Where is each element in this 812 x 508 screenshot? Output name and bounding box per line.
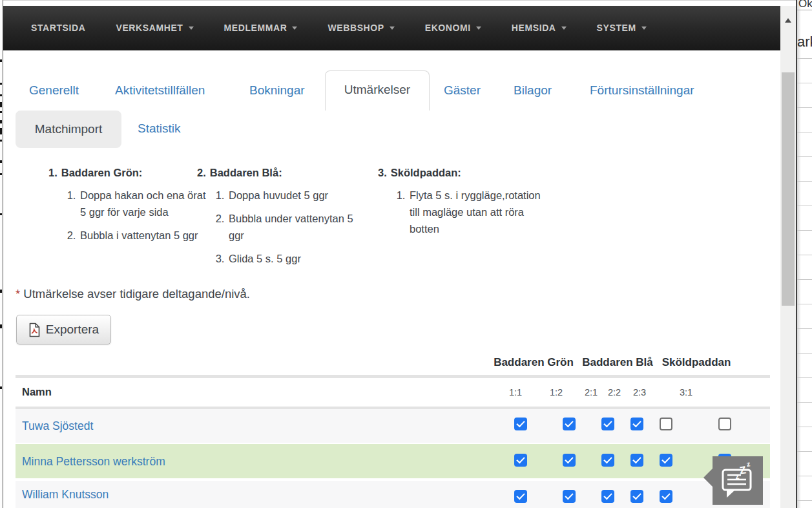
checkbox-tuwa-sjostedt-3-1[interactable] <box>718 418 731 430</box>
nav-item-label: HEMSIDA <box>512 23 556 33</box>
main-nav-list: STARTSIDAVERKSAMHETMEDLEMMARWEBBSHOPEKON… <box>3 6 780 50</box>
chevron-down-icon <box>641 26 647 32</box>
badge-group-number: 3. <box>378 167 387 178</box>
tab-fortursinstallningar[interactable]: Förtursinställningar <box>590 83 694 98</box>
sub-header-1-1: 1:1 <box>509 387 522 397</box>
sub-header-2-3: 2:3 <box>633 387 646 397</box>
badge-requirement: Doppa hakan och ena örat 5 ggr för varje… <box>79 187 208 220</box>
checkbox-tuwa-sjostedt-2-3[interactable] <box>660 418 672 430</box>
chevron-down-icon <box>561 26 567 32</box>
sub-header-3-1: 3:1 <box>680 387 692 397</box>
pdf-file-icon <box>28 323 41 337</box>
checkbox-william-knutsson-2-2[interactable] <box>630 490 643 503</box>
table-row-minna-pettersson-werkstrom: Minna Pettersson werkström <box>16 444 770 478</box>
tab-generellt[interactable]: Generellt <box>29 83 79 98</box>
checkbox-william-knutsson-2-1[interactable] <box>601 490 614 503</box>
member-name-link[interactable]: Tuwa Sjöstedt <box>22 419 93 433</box>
sleeping-chat-icon[interactable]: z Z z <box>703 456 764 508</box>
checkbox-minna-pettersson-werkstrom-1-2[interactable] <box>563 454 576 467</box>
table-divider-top <box>16 375 770 378</box>
badge-group-skoldpaddan-: 3.Sköldpaddan:Flyta 5 s. i ryggläge,rota… <box>378 167 541 244</box>
checkbox-minna-pettersson-werkstrom-1-1[interactable] <box>514 454 527 467</box>
footnote: * Utmärkelse avser tidigare deltagande/n… <box>16 287 250 301</box>
checkbox-william-knutsson-1-1[interactable] <box>514 490 527 503</box>
checkbox-minna-pettersson-werkstrom-2-3[interactable] <box>660 454 672 467</box>
export-button[interactable]: Exportera <box>16 315 111 344</box>
scrollbar-track[interactable] <box>780 6 796 508</box>
badge-group-name: Sköldpaddan: <box>391 167 461 178</box>
sub-header-1-2: 1:2 <box>550 387 563 397</box>
tab-bokningar[interactable]: Bokningar <box>249 83 305 98</box>
nav-item-label: STARTSIDA <box>31 23 85 33</box>
tab-gaster[interactable]: Gäster <box>444 83 481 98</box>
export-button-label: Exportera <box>46 323 99 337</box>
checkbox-tuwa-sjostedt-1-1[interactable] <box>514 418 527 430</box>
badge-group-title: 3.Sköldpaddan: <box>378 167 541 179</box>
badge-requirement: Bubbla i vattenytan 5 ggr <box>79 227 208 244</box>
checkbox-william-knutsson-2-3[interactable] <box>660 490 672 503</box>
tab-bilagor[interactable]: Bilagor <box>514 83 552 98</box>
table-row-william-knutsson: William Knutsson <box>16 481 770 508</box>
tab-statistik[interactable]: Statistik <box>138 122 181 136</box>
background-window-mark <box>0 290 2 293</box>
scrollbar-up-arrow-icon[interactable] <box>785 15 791 23</box>
sub-header-2-1: 2:1 <box>585 387 598 397</box>
chevron-down-icon <box>292 26 297 32</box>
checkbox-minna-pettersson-werkstrom-2-1[interactable] <box>601 454 614 467</box>
name-column-header: Namn <box>22 386 52 398</box>
nav-item-system[interactable]: SYSTEM <box>597 23 647 33</box>
screen: STARTSIDAVERKSAMHETMEDLEMMARWEBBSHOPEKON… <box>0 0 812 508</box>
badge-requirements: Flyta 5 s. i ryggläge,rotation till magl… <box>378 187 541 237</box>
background-window-mark <box>0 213 2 215</box>
badge-requirement: Glida 5 s. 5 ggr <box>227 250 355 267</box>
checkbox-tuwa-sjostedt-2-2[interactable] <box>630 418 643 430</box>
tab-aktivitetstillfallen[interactable]: Aktivitetstillfällen <box>115 83 205 98</box>
chevron-down-icon <box>390 26 395 32</box>
background-window-mark <box>0 83 2 85</box>
background-window-mark <box>0 111 2 113</box>
badge-group-baddaren-bla-: 2.Baddaren Blå:Doppa huvudet 5 ggrBubbla… <box>197 167 355 273</box>
badge-group-number: 2. <box>197 167 206 178</box>
nav-item-label: SYSTEM <box>597 23 636 33</box>
member-name-link[interactable]: William Knutsson <box>22 488 109 502</box>
nav-item-verksamhet[interactable]: VERKSAMHET <box>116 23 193 33</box>
chevron-down-icon <box>189 26 194 32</box>
footnote-text: Utmärkelse avser tidigare deltagande/niv… <box>23 287 250 301</box>
badge-group-title: 2.Baddaren Blå: <box>197 167 355 179</box>
nav-item-label: EKONOMI <box>425 23 471 33</box>
window-left-border <box>3 0 3 508</box>
tab-utmarkelser[interactable]: Utmärkelser <box>325 70 430 111</box>
nav-item-label: MEDLEMMAR <box>224 23 287 33</box>
background-window-mark <box>0 173 2 175</box>
page-top-strip <box>0 0 796 6</box>
nav-item-hemsida[interactable]: HEMSIDA <box>512 23 567 33</box>
group-header-baddaren-gron: Baddaren Grön <box>494 356 574 369</box>
group-header-skoldpaddan: Sköldpaddan <box>662 356 731 369</box>
nav-item-webbshop[interactable]: WEBBSHOP <box>328 23 394 33</box>
background-window-mark <box>0 94 2 96</box>
badge-group-name: Baddaren Blå: <box>210 167 282 178</box>
group-header-baddaren-bla: Baddaren Blå <box>582 356 653 369</box>
badge-requirements: Doppa hakan och ena örat 5 ggr för varje… <box>48 187 208 244</box>
chevron-down-icon <box>476 26 481 32</box>
checkbox-minna-pettersson-werkstrom-2-2[interactable] <box>630 454 643 467</box>
background-window-mark <box>0 386 2 389</box>
spreadsheet-gridlines <box>797 58 812 508</box>
badge-group-baddaren-gron-: 1.Baddaren Grön:Doppa hakan och ena örat… <box>48 167 208 250</box>
nav-item-medlemmar[interactable]: MEDLEMMAR <box>224 23 298 33</box>
background-window-mark <box>0 140 2 142</box>
main-nav: STARTSIDAVERKSAMHETMEDLEMMARWEBBSHOPEKON… <box>3 6 780 50</box>
table-row-tuwa-sjostedt: Tuwa Sjöstedt <box>16 409 770 443</box>
badge-requirement: Flyta 5 s. i ryggläge,rotation till magl… <box>408 187 541 237</box>
nav-item-startsida[interactable]: STARTSIDA <box>31 23 85 33</box>
scrollbar-thumb[interactable] <box>782 72 795 306</box>
background-text-ok: Ok <box>798 0 812 10</box>
checkbox-tuwa-sjostedt-2-1[interactable] <box>601 418 614 430</box>
member-name-link[interactable]: Minna Pettersson werkström <box>22 454 165 468</box>
nav-item-ekonomi[interactable]: EKONOMI <box>425 23 481 33</box>
tab-matchimport[interactable]: Matchimport <box>16 111 121 148</box>
nav-item-label: WEBBSHOP <box>328 23 384 33</box>
checkbox-tuwa-sjostedt-1-2[interactable] <box>563 418 576 430</box>
badge-group-number: 1. <box>48 167 57 178</box>
checkbox-william-knutsson-1-2[interactable] <box>563 490 576 503</box>
